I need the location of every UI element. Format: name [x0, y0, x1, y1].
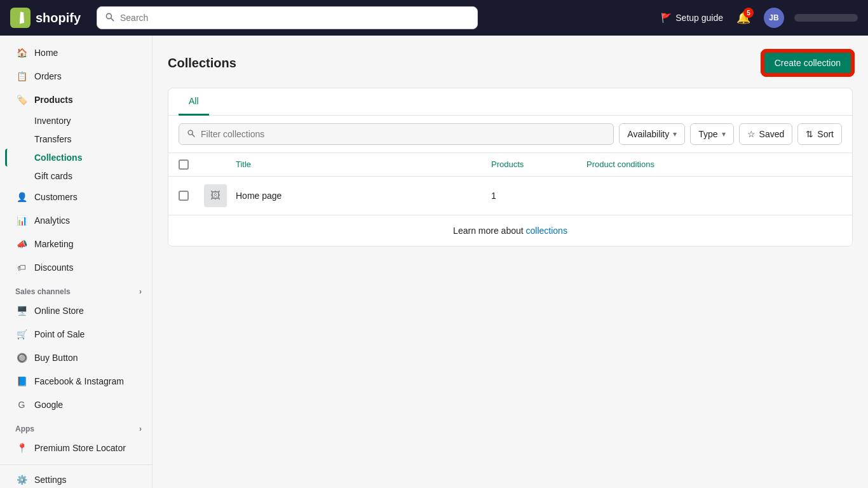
facebook-icon: 📘 [15, 375, 28, 388]
home-icon: 🏠 [15, 46, 28, 59]
apps-section[interactable]: Apps › [0, 417, 152, 436]
notifications-btn[interactable]: 🔔 5 [733, 8, 754, 28]
tab-all[interactable]: All [179, 88, 209, 116]
filter-collections-input[interactable] [201, 129, 606, 139]
sidebar-item-home[interactable]: 🏠 Home [5, 41, 147, 64]
sidebar-item-gift-cards[interactable]: Gift cards [5, 167, 147, 185]
setup-guide-btn[interactable]: 🚩 Setup guide [661, 13, 723, 23]
collection-products-count: 1 [491, 191, 587, 201]
select-all-checkbox[interactable] [179, 159, 189, 170]
pos-icon: 🛒 [15, 328, 28, 341]
sidebar-item-marketing[interactable]: 📣 Marketing [5, 233, 147, 255]
customers-icon: 👤 [15, 191, 28, 203]
table-col-title: Title [236, 159, 491, 170]
collection-image-placeholder: 🖼 [204, 184, 227, 207]
sidebar-label-inventory: Inventory [34, 116, 71, 126]
apps-chevron-icon: › [139, 424, 142, 433]
row-checkbox[interactable] [179, 191, 189, 201]
sidebar-label-buy-button: Buy Button [34, 353, 78, 363]
sidebar-settings-section: ⚙️ Settings [0, 464, 152, 488]
marketing-icon: 📣 [15, 238, 28, 250]
setup-guide-label: Setup guide [675, 13, 723, 23]
page-title: Collections [168, 56, 236, 71]
table-row[interactable]: 🖼 Home page 1 [168, 177, 852, 215]
notification-badge: 5 [743, 8, 754, 18]
type-chevron-icon: ▾ [722, 130, 726, 139]
sidebar-item-customers[interactable]: 👤 Customers [5, 186, 147, 208]
sidebar-item-point-of-sale[interactable]: 🛒 Point of Sale [5, 323, 147, 346]
sort-icon: ⇅ [806, 129, 813, 139]
learn-more-section: Learn more about collections [168, 215, 852, 246]
table-header-image [204, 159, 236, 170]
logo[interactable]: shopify [10, 8, 86, 28]
store-name-button[interactable] [794, 14, 858, 22]
sidebar: 🏠 Home 📋 Orders 🏷️ Products Inventory Tr… [0, 36, 153, 488]
availability-label: Availability [627, 129, 669, 139]
image-icon: 🖼 [210, 190, 220, 201]
table-col-conditions: Product conditions [587, 159, 842, 170]
saved-label: Saved [759, 129, 785, 139]
select-all-checkbox-cell[interactable] [179, 159, 204, 170]
star-icon: ☆ [747, 129, 756, 139]
nav-right: 🚩 Setup guide 🔔 5 JB [661, 8, 858, 28]
sidebar-label-collections: Collections [34, 152, 82, 163]
sidebar-item-premium-store-locator[interactable]: 📍 Premium Store Locator [5, 437, 147, 459]
avatar[interactable]: JB [764, 8, 784, 28]
saved-filter-btn[interactable]: ☆ Saved [739, 123, 793, 145]
collections-link[interactable]: collections [526, 226, 567, 236]
sort-label: Sort [817, 129, 834, 139]
sidebar-label-google: Google [34, 400, 63, 410]
type-filter-btn[interactable]: Type ▾ [690, 123, 733, 145]
sidebar-label-facebook: Facebook & Instagram [34, 376, 124, 386]
filter-search[interactable] [179, 123, 614, 145]
create-collection-button[interactable]: Create collection [763, 51, 853, 75]
sidebar-item-collections[interactable]: Collections [5, 149, 147, 166]
sidebar-item-facebook-instagram[interactable]: 📘 Facebook & Instagram [5, 370, 147, 393]
sidebar-item-discounts[interactable]: 🏷 Discounts [5, 256, 147, 279]
search-input[interactable] [120, 13, 470, 23]
sidebar-label-transfers: Transfers [34, 134, 72, 144]
flag-icon: 🚩 [661, 13, 672, 23]
collection-title: Home page [236, 191, 491, 201]
apps-label: Apps [15, 424, 34, 433]
sidebar-label-premium-store-locator: Premium Store Locator [34, 443, 126, 453]
availability-filter-btn[interactable]: Availability ▾ [619, 123, 685, 145]
sales-channels-section[interactable]: Sales channels › [0, 280, 152, 299]
sidebar-item-analytics[interactable]: 📊 Analytics [5, 209, 147, 232]
sidebar-label-settings: Settings [34, 475, 67, 485]
sales-channels-label: Sales channels [15, 287, 71, 296]
sidebar-item-transfers[interactable]: Transfers [5, 130, 147, 148]
sidebar-label-online-store: Online Store [34, 306, 84, 316]
top-nav: shopify 🚩 Setup guide 🔔 5 JB [0, 0, 868, 36]
collections-card: All Availability ▾ Type ▾ [168, 88, 853, 247]
sidebar-item-online-store[interactable]: 🖥️ Online Store [5, 299, 147, 322]
main-layout: 🏠 Home 📋 Orders 🏷️ Products Inventory Tr… [0, 36, 868, 488]
sidebar-label-home: Home [34, 48, 58, 58]
sidebar-item-inventory[interactable]: Inventory [5, 112, 147, 130]
type-label: Type [698, 129, 717, 139]
learn-more-text: Learn more about [453, 226, 526, 236]
buy-button-icon: 🔘 [15, 351, 28, 364]
sidebar-item-google[interactable]: G Google [5, 393, 147, 416]
sidebar-label-orders: Orders [34, 71, 62, 81]
google-icon: G [15, 398, 28, 411]
page-header: Collections Create collection [168, 51, 853, 75]
analytics-icon: 📊 [15, 214, 28, 227]
sidebar-item-products[interactable]: 🏷️ Products [5, 88, 147, 111]
table-header: Title Products Product conditions [168, 153, 852, 177]
table-col-products: Products [491, 159, 587, 170]
search-icon [105, 12, 115, 24]
online-store-icon: 🖥️ [15, 304, 28, 317]
row-checkbox-cell[interactable] [179, 191, 204, 201]
filter-search-icon [187, 129, 196, 140]
availability-chevron-icon: ▾ [673, 130, 677, 139]
sidebar-item-buy-button[interactable]: 🔘 Buy Button [5, 346, 147, 369]
sidebar-item-settings[interactable]: ⚙️ Settings [5, 468, 147, 488]
sidebar-label-gift-cards: Gift cards [34, 171, 72, 181]
sidebar-label-discounts: Discounts [34, 262, 73, 273]
store-locator-icon: 📍 [15, 442, 28, 454]
sort-btn[interactable]: ⇅ Sort [797, 123, 842, 145]
global-search[interactable] [97, 6, 478, 29]
products-icon: 🏷️ [15, 93, 28, 106]
sidebar-item-orders[interactable]: 📋 Orders [5, 65, 147, 88]
